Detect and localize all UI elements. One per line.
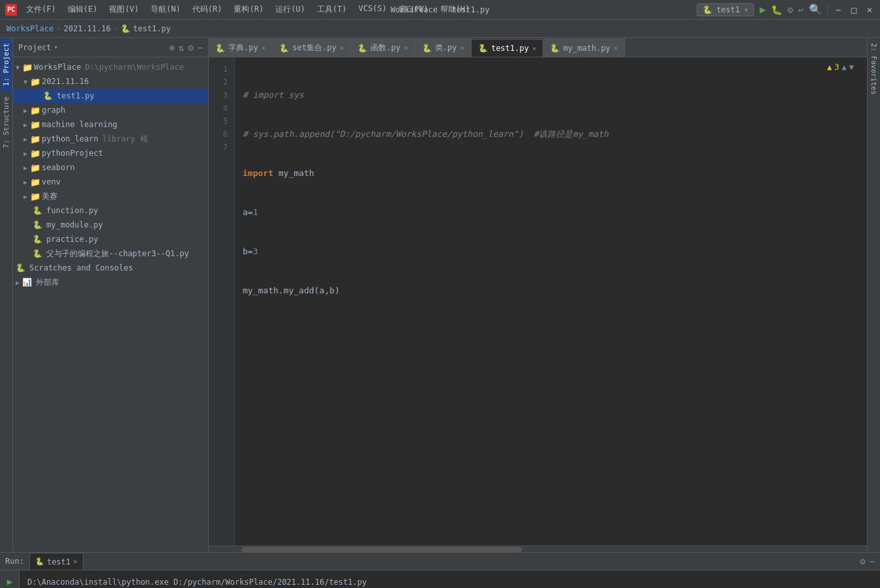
tree-item-meisai[interactable]: ▶ 📁 美赛 bbox=[13, 189, 208, 203]
run-tabs-right: ⚙ − bbox=[860, 556, 875, 566]
tree-item-test1py[interactable]: 🐍 test1.py bbox=[13, 89, 208, 103]
collapse-all-icon[interactable]: ⇅ bbox=[179, 42, 184, 53]
warning-nav-up[interactable]: ▲ bbox=[842, 63, 847, 72]
tab-close[interactable]: × bbox=[262, 44, 266, 52]
close-button[interactable]: × bbox=[864, 5, 875, 15]
tab-lei[interactable]: 🐍 类.py × bbox=[416, 38, 472, 57]
run-play-button[interactable]: ▶ bbox=[3, 574, 17, 588]
scroll-thumb[interactable] bbox=[241, 547, 522, 552]
editor-area: 🐍 字典.py × 🐍 set集合.py × 🐍 函数.py × 🐍 类.py … bbox=[209, 38, 867, 552]
tree-item-practicepy[interactable]: 🐍 practice.py bbox=[13, 232, 208, 246]
debug-button[interactable]: 🐛 bbox=[771, 5, 782, 15]
tab-label: 字典.py bbox=[228, 42, 258, 53]
breadcrumb-file[interactable]: test1.py bbox=[133, 24, 171, 33]
tree-item-graph[interactable]: ▶ 📁 graph bbox=[13, 103, 208, 117]
project-label: Project bbox=[18, 43, 52, 52]
tab-zidian[interactable]: 🐍 字典.py × bbox=[209, 38, 273, 57]
horizontal-scrollbar[interactable] bbox=[209, 546, 867, 552]
tab-close[interactable]: × bbox=[614, 44, 618, 52]
editor-warnings[interactable]: ▲ 3 ▲ ▼ bbox=[827, 63, 854, 72]
tree-item-ml[interactable]: ▶ 📁 machine learning bbox=[13, 117, 208, 132]
run-settings-icon[interactable]: ⚙ bbox=[860, 556, 865, 566]
external-icon: 📊 bbox=[22, 278, 32, 287]
menu-file[interactable]: 文件(F) bbox=[21, 3, 61, 16]
tree-folder-seaborn: seaborn bbox=[42, 163, 75, 172]
breadcrumb-date[interactable]: 2021.11.16 bbox=[63, 24, 110, 33]
tree-item-2021[interactable]: ▼ 📁 2021.11.16 bbox=[13, 74, 208, 89]
run-button[interactable]: ▶ bbox=[759, 3, 766, 16]
tab-label: my_math.py bbox=[563, 44, 610, 53]
settings-icon[interactable]: ⚙ bbox=[188, 42, 193, 53]
menu-tools[interactable]: 工具(T) bbox=[312, 3, 352, 16]
tab-close[interactable]: × bbox=[532, 44, 537, 53]
tree-item-scratches[interactable]: 🐍 Scratches and Consoles bbox=[13, 261, 208, 275]
tree-external: 外部库 bbox=[36, 277, 59, 288]
run-tab-icon: 🐍 bbox=[35, 557, 44, 566]
project-dropdown-icon[interactable]: ▾ bbox=[54, 43, 59, 51]
title-bar-right: 🐍 test1 ▾ ▶ 🐛 ⚙ ↩ 🔍 − □ × bbox=[697, 3, 875, 16]
run-close-icon[interactable]: − bbox=[870, 556, 875, 566]
tab-hanshu[interactable]: 🐍 函数.py × bbox=[351, 38, 415, 57]
folder-icon: 📁 bbox=[30, 163, 40, 173]
menu-navigate[interactable]: 导航(N) bbox=[145, 3, 186, 16]
menu-code[interactable]: 代码(R) bbox=[187, 3, 228, 16]
profiler-button[interactable]: ↩ bbox=[798, 5, 804, 15]
run-tabs-bar: Run: 🐍 test1 × ⚙ − bbox=[0, 553, 880, 570]
tree-folder-ml: machine learning bbox=[42, 120, 117, 129]
search-everywhere-button[interactable]: 🔍 bbox=[809, 3, 822, 16]
editor-tabs: 🐍 字典.py × 🐍 set集合.py × 🐍 函数.py × 🐍 类.py … bbox=[209, 38, 867, 57]
line-numbers: 1 2 3 4 5 6 7 bbox=[209, 57, 235, 546]
tree-item-external[interactable]: ▶ 📊 外部库 bbox=[13, 275, 208, 289]
warning-nav-down[interactable]: ▼ bbox=[849, 63, 854, 72]
run-content: ▶ ↑ ■ ↓ ⇌ ⬛ ≡ 📌 🖨 🗑 D:\Anaconda\install\… bbox=[0, 570, 880, 588]
python-file-icon: 🐍 bbox=[33, 206, 42, 215]
tab-close[interactable]: × bbox=[404, 44, 408, 52]
tab-set[interactable]: 🐍 set集合.py × bbox=[273, 38, 351, 57]
sidebar-label-structure[interactable]: 7: Structure bbox=[1, 91, 12, 153]
tree-item-root[interactable]: ▼ 📁 WorksPlace D:\pycharm\WorksPlace bbox=[13, 60, 208, 74]
line-num-5: 5 bbox=[211, 115, 232, 128]
menu-refactor[interactable]: 重构(R) bbox=[228, 3, 269, 16]
coverage-button[interactable]: ⚙ bbox=[787, 5, 793, 15]
run-tab-test1[interactable]: 🐍 test1 × bbox=[29, 553, 83, 570]
folder-icon: 📁 bbox=[30, 177, 40, 187]
hide-panel-icon[interactable]: − bbox=[198, 42, 203, 53]
menu-vcs[interactable]: VCS(S) bbox=[354, 3, 392, 16]
tab-close[interactable]: × bbox=[460, 44, 464, 52]
code-content[interactable]: # import sys # sys.path.append("D:/pycha… bbox=[235, 57, 867, 546]
breadcrumb-workspace[interactable]: WorksPlace bbox=[7, 24, 53, 33]
menu-edit[interactable]: 编辑(E) bbox=[63, 3, 103, 16]
tab-mymath[interactable]: 🐍 my_math.py × bbox=[543, 38, 625, 57]
tab-icon: 🐍 bbox=[279, 44, 289, 53]
tree-item-mymodulepy[interactable]: 🐍 my_module.py bbox=[13, 218, 208, 232]
tab-close[interactable]: × bbox=[340, 44, 344, 52]
sidebar-label-favorites[interactable]: 2: Favorites bbox=[868, 38, 879, 100]
code-line-7 bbox=[243, 323, 859, 336]
new-file-icon[interactable]: ⊕ bbox=[169, 42, 174, 53]
line-num-6: 6 bbox=[211, 128, 232, 141]
menu-view[interactable]: 视图(V) bbox=[104, 3, 144, 16]
tree-item-pythonlearn[interactable]: ▶ 📁 python_learn library 根 bbox=[13, 132, 208, 146]
run-tab-close[interactable]: × bbox=[73, 557, 78, 566]
sidebar-label-project[interactable]: 1: Project bbox=[1, 38, 12, 91]
menu-run[interactable]: 运行(U) bbox=[270, 3, 311, 16]
tree-item-fuyuzi[interactable]: 🐍 父与子的编程之旅--chapter3--Q1.py bbox=[13, 246, 208, 261]
tree-item-seaborn[interactable]: ▶ 📁 seaborn bbox=[13, 160, 208, 175]
warning-count: 3 bbox=[834, 63, 839, 72]
arrow-icon: ▶ bbox=[23, 121, 27, 128]
tab-label: 类.py bbox=[435, 42, 457, 53]
tree-item-functionpy[interactable]: 🐍 function.py bbox=[13, 203, 208, 218]
tree-item-venv[interactable]: ▶ 📁 venv bbox=[13, 175, 208, 189]
python-file-icon: 🐍 bbox=[33, 235, 42, 244]
arrow-icon: ▶ bbox=[23, 179, 27, 186]
maximize-button[interactable]: □ bbox=[849, 5, 859, 15]
tree-item-pythonproject[interactable]: ▶ 📁 pythonProject bbox=[13, 146, 208, 160]
tab-icon: 🐍 bbox=[550, 44, 560, 53]
scratches-icon: 🐍 bbox=[16, 263, 25, 272]
tab-label: test1.py bbox=[491, 44, 529, 53]
minimize-button[interactable]: − bbox=[833, 5, 843, 15]
arrow-icon: ▶ bbox=[23, 193, 27, 200]
tab-test1[interactable]: 🐍 test1.py × bbox=[472, 39, 543, 57]
run-config-selector[interactable]: 🐍 test1 ▾ bbox=[697, 3, 754, 16]
side-labels-right: 2: Favorites bbox=[867, 38, 880, 552]
